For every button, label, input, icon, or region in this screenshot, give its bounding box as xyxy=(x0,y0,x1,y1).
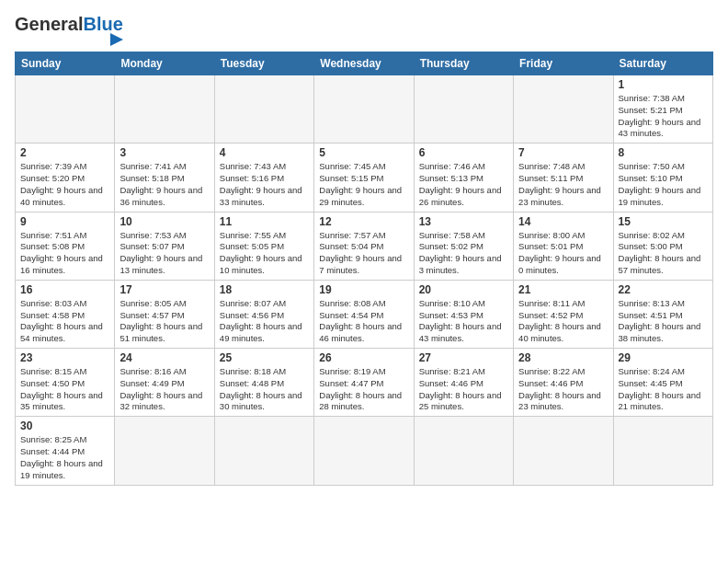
calendar-day-cell: 11Sunrise: 7:55 AM Sunset: 5:05 PM Dayli… xyxy=(214,212,313,280)
calendar-day-cell: 21Sunrise: 8:11 AM Sunset: 4:52 PM Dayli… xyxy=(514,280,613,348)
calendar-day-cell: 27Sunrise: 8:21 AM Sunset: 4:46 PM Dayli… xyxy=(414,349,513,417)
day-number: 5 xyxy=(319,146,408,159)
header-sunday: Sunday xyxy=(16,52,115,75)
day-number: 3 xyxy=(119,146,209,159)
day-number: 25 xyxy=(220,351,309,364)
day-number: 11 xyxy=(220,215,309,228)
day-info: Sunrise: 8:18 AM Sunset: 4:48 PM Dayligh… xyxy=(220,366,309,413)
day-info: Sunrise: 8:25 AM Sunset: 4:44 PM Dayligh… xyxy=(20,434,109,481)
day-number: 15 xyxy=(619,215,708,228)
day-info: Sunrise: 8:22 AM Sunset: 4:46 PM Dayligh… xyxy=(518,366,608,413)
calendar-day-cell: 6Sunrise: 7:46 AM Sunset: 5:13 PM Daylig… xyxy=(414,144,513,212)
day-info: Sunrise: 8:21 AM Sunset: 4:46 PM Dayligh… xyxy=(419,366,508,413)
header-wednesday: Wednesday xyxy=(314,52,414,75)
day-number: 2 xyxy=(20,146,109,159)
day-info: Sunrise: 7:51 AM Sunset: 5:08 PM Dayligh… xyxy=(20,230,109,277)
day-number: 30 xyxy=(20,419,109,432)
day-info: Sunrise: 8:03 AM Sunset: 4:58 PM Dayligh… xyxy=(20,298,109,345)
header-friday: Friday xyxy=(514,52,613,75)
day-info: Sunrise: 8:24 AM Sunset: 4:45 PM Dayligh… xyxy=(619,366,708,413)
day-number: 16 xyxy=(20,283,109,296)
calendar-day-cell: 26Sunrise: 8:19 AM Sunset: 4:47 PM Dayli… xyxy=(314,349,414,417)
calendar-day-cell: 19Sunrise: 8:08 AM Sunset: 4:54 PM Dayli… xyxy=(314,280,414,348)
page: GeneralBlue Sunday Monday Tuesday Wednes… xyxy=(0,0,728,563)
day-info: Sunrise: 7:46 AM Sunset: 5:13 PM Dayligh… xyxy=(419,161,508,208)
day-number: 29 xyxy=(619,351,708,364)
calendar-day-cell: 16Sunrise: 8:03 AM Sunset: 4:58 PM Dayli… xyxy=(16,280,115,348)
day-number: 17 xyxy=(119,283,209,296)
weekday-header-row: Sunday Monday Tuesday Wednesday Thursday… xyxy=(16,52,713,75)
calendar-day-cell: 5Sunrise: 7:45 AM Sunset: 5:15 PM Daylig… xyxy=(314,144,414,212)
calendar-day-cell xyxy=(214,417,313,485)
calendar-day-cell xyxy=(214,75,313,144)
day-info: Sunrise: 8:11 AM Sunset: 4:52 PM Dayligh… xyxy=(518,298,608,345)
calendar-week-row: 16Sunrise: 8:03 AM Sunset: 4:58 PM Dayli… xyxy=(16,280,713,348)
day-info: Sunrise: 7:55 AM Sunset: 5:05 PM Dayligh… xyxy=(220,230,309,277)
day-number: 20 xyxy=(419,283,508,296)
calendar-day-cell: 28Sunrise: 8:22 AM Sunset: 4:46 PM Dayli… xyxy=(514,349,613,417)
day-info: Sunrise: 7:53 AM Sunset: 5:07 PM Dayligh… xyxy=(119,230,209,277)
day-number: 14 xyxy=(518,215,608,228)
day-number: 21 xyxy=(518,283,608,296)
calendar-day-cell: 29Sunrise: 8:24 AM Sunset: 4:45 PM Dayli… xyxy=(613,349,712,417)
calendar-day-cell: 23Sunrise: 8:15 AM Sunset: 4:50 PM Dayli… xyxy=(16,349,115,417)
day-number: 28 xyxy=(518,351,608,364)
day-number: 24 xyxy=(119,351,209,364)
day-info: Sunrise: 8:05 AM Sunset: 4:57 PM Dayligh… xyxy=(119,298,209,345)
header: GeneralBlue xyxy=(15,15,713,46)
calendar-day-cell: 9Sunrise: 7:51 AM Sunset: 5:08 PM Daylig… xyxy=(16,212,115,280)
calendar-week-row: 2Sunrise: 7:39 AM Sunset: 5:20 PM Daylig… xyxy=(16,144,713,212)
day-number: 13 xyxy=(419,215,508,228)
calendar-day-cell: 30Sunrise: 8:25 AM Sunset: 4:44 PM Dayli… xyxy=(16,417,115,485)
calendar-day-cell: 18Sunrise: 8:07 AM Sunset: 4:56 PM Dayli… xyxy=(214,280,313,348)
header-thursday: Thursday xyxy=(414,52,513,75)
logo-general: General xyxy=(15,14,83,34)
day-info: Sunrise: 7:48 AM Sunset: 5:11 PM Dayligh… xyxy=(518,161,608,208)
day-info: Sunrise: 8:13 AM Sunset: 4:51 PM Dayligh… xyxy=(619,298,708,345)
calendar-day-cell: 25Sunrise: 8:18 AM Sunset: 4:48 PM Dayli… xyxy=(214,349,313,417)
day-info: Sunrise: 7:57 AM Sunset: 5:04 PM Dayligh… xyxy=(319,230,408,277)
calendar-day-cell xyxy=(115,417,214,485)
day-info: Sunrise: 8:07 AM Sunset: 4:56 PM Dayligh… xyxy=(220,298,309,345)
calendar-day-cell: 10Sunrise: 7:53 AM Sunset: 5:07 PM Dayli… xyxy=(115,212,214,280)
day-number: 7 xyxy=(518,146,608,159)
day-info: Sunrise: 8:19 AM Sunset: 4:47 PM Dayligh… xyxy=(319,366,408,413)
logo-text: GeneralBlue xyxy=(15,15,123,46)
calendar-day-cell: 14Sunrise: 8:00 AM Sunset: 5:01 PM Dayli… xyxy=(514,212,613,280)
day-number: 18 xyxy=(220,283,309,296)
day-info: Sunrise: 7:45 AM Sunset: 5:15 PM Dayligh… xyxy=(319,161,408,208)
calendar-day-cell xyxy=(514,417,613,485)
logo: GeneralBlue xyxy=(15,15,123,46)
calendar-day-cell: 13Sunrise: 7:58 AM Sunset: 5:02 PM Dayli… xyxy=(414,212,513,280)
calendar-day-cell xyxy=(414,75,513,144)
day-number: 19 xyxy=(319,283,408,296)
calendar-day-cell: 1Sunrise: 7:38 AM Sunset: 5:21 PM Daylig… xyxy=(613,75,712,144)
day-info: Sunrise: 8:15 AM Sunset: 4:50 PM Dayligh… xyxy=(20,366,109,413)
calendar-day-cell xyxy=(115,75,214,144)
calendar-day-cell xyxy=(514,75,613,144)
day-number: 27 xyxy=(419,351,508,364)
calendar-table: Sunday Monday Tuesday Wednesday Thursday… xyxy=(15,52,713,486)
day-info: Sunrise: 7:58 AM Sunset: 5:02 PM Dayligh… xyxy=(419,230,508,277)
day-info: Sunrise: 8:16 AM Sunset: 4:49 PM Dayligh… xyxy=(119,366,209,413)
day-info: Sunrise: 8:08 AM Sunset: 4:54 PM Dayligh… xyxy=(319,298,408,345)
day-number: 12 xyxy=(319,215,408,228)
day-info: Sunrise: 8:10 AM Sunset: 4:53 PM Dayligh… xyxy=(419,298,508,345)
day-number: 22 xyxy=(619,283,708,296)
day-number: 1 xyxy=(619,78,708,91)
day-info: Sunrise: 7:43 AM Sunset: 5:16 PM Dayligh… xyxy=(220,161,309,208)
calendar-day-cell xyxy=(314,417,414,485)
day-number: 10 xyxy=(119,215,209,228)
calendar-day-cell xyxy=(414,417,513,485)
header-saturday: Saturday xyxy=(613,52,712,75)
calendar-day-cell: 3Sunrise: 7:41 AM Sunset: 5:18 PM Daylig… xyxy=(115,144,214,212)
calendar-day-cell: 7Sunrise: 7:48 AM Sunset: 5:11 PM Daylig… xyxy=(514,144,613,212)
day-number: 26 xyxy=(319,351,408,364)
calendar-day-cell xyxy=(16,75,115,144)
day-info: Sunrise: 8:00 AM Sunset: 5:01 PM Dayligh… xyxy=(518,230,608,277)
calendar-day-cell xyxy=(613,417,712,485)
day-info: Sunrise: 7:38 AM Sunset: 5:21 PM Dayligh… xyxy=(619,93,708,140)
calendar-day-cell: 12Sunrise: 7:57 AM Sunset: 5:04 PM Dayli… xyxy=(314,212,414,280)
calendar-day-cell: 24Sunrise: 8:16 AM Sunset: 4:49 PM Dayli… xyxy=(115,349,214,417)
day-info: Sunrise: 7:41 AM Sunset: 5:18 PM Dayligh… xyxy=(119,161,209,208)
